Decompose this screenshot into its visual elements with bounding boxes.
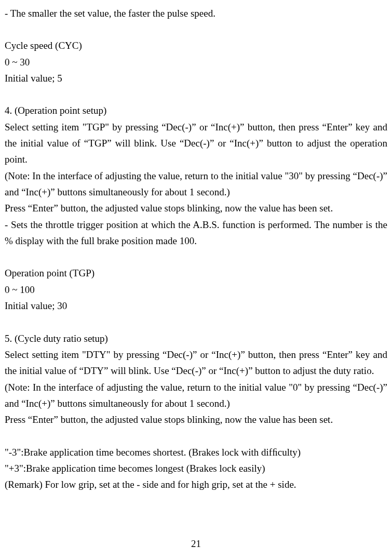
section5-p3: Press “Enter” button, the adjusted value… [5, 411, 387, 428]
dty-line1: "-3":Brake application time becomes shor… [5, 444, 387, 460]
section4-p1: Select setting item "TGP" by pressing “D… [5, 119, 387, 168]
section5-p2: (Note: In the interface of adjusting the… [5, 379, 387, 412]
section4-heading: 4. (Operation point setup) [5, 102, 387, 118]
tgp-title: Operation point (TGP) [5, 265, 387, 281]
spacer [5, 86, 387, 102]
tgp-range: 0 ~ 100 [5, 282, 387, 298]
cyc-title: Cycle speed (CYC) [5, 37, 387, 54]
dty-line2: "+3":Brake application time becomes long… [5, 460, 387, 476]
section4-p4: - Sets the throttle trigger position at … [5, 217, 387, 249]
spacer [5, 249, 387, 265]
section5-p1: Select setting item "DTY" by pressing “D… [5, 346, 387, 379]
section5-heading: 5. (Cycle duty ratio setup) [5, 330, 387, 346]
section4-p3: Press “Enter” button, the adjusted value… [5, 200, 387, 216]
page-content: - The smaller the set value, the faster … [0, 0, 392, 493]
spacer [5, 21, 387, 37]
cyc-range: 0 ~ 30 [5, 54, 387, 70]
section4-p2: (Note: In the interface of adjusting the… [5, 168, 387, 201]
cyc-initial: Initial value; 5 [5, 70, 387, 86]
spacer [5, 428, 387, 444]
spacer [5, 314, 387, 330]
pulse-note: - The smaller the set value, the faster … [5, 5, 387, 21]
tgp-initial: Initial value; 30 [5, 298, 387, 314]
page-number: 21 [0, 538, 392, 550]
dty-remark: (Remark) For low grip, set at the - side… [5, 476, 387, 492]
